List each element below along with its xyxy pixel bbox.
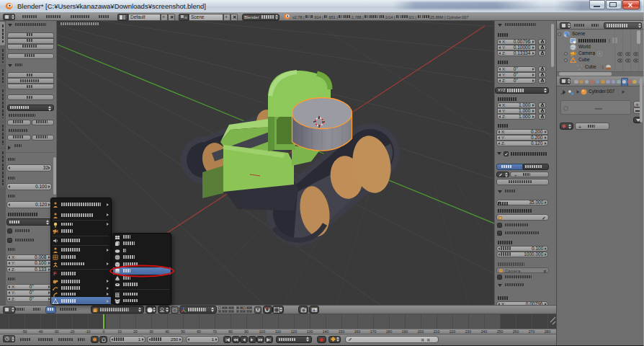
svg-text:280: 280	[545, 329, 551, 334]
svg-text:140: 140	[323, 329, 329, 334]
svg-text:260: 260	[513, 329, 519, 334]
svg-text:20: 20	[133, 329, 138, 334]
svg-text:70: 70	[213, 329, 217, 334]
svg-text:110: 110	[275, 329, 281, 334]
svg-text:160: 160	[354, 329, 361, 334]
svg-text:90: 90	[244, 329, 249, 334]
svg-text:50: 50	[181, 329, 185, 334]
svg-text:0: 0	[103, 329, 105, 334]
svg-text:170: 170	[370, 329, 377, 334]
svg-text:250: 250	[497, 329, 504, 334]
svg-text:60: 60	[197, 329, 201, 334]
svg-text:100: 100	[259, 329, 266, 334]
svg-text:-10: -10	[85, 329, 90, 334]
svg-text:210: 210	[434, 329, 440, 334]
svg-text:80: 80	[228, 329, 233, 334]
svg-text:130: 130	[307, 329, 313, 334]
svg-text:180: 180	[386, 329, 393, 334]
svg-text:-20: -20	[69, 329, 74, 334]
svg-text:-40: -40	[37, 329, 43, 334]
svg-text:150: 150	[339, 329, 345, 334]
svg-text:200: 200	[418, 329, 424, 334]
svg-text:40: 40	[165, 329, 169, 334]
svg-text:10: 10	[117, 329, 122, 334]
svg-text:-30: -30	[53, 329, 58, 334]
svg-text:120: 120	[291, 329, 298, 334]
svg-text:240: 240	[481, 329, 488, 334]
svg-text:220: 220	[450, 329, 456, 334]
svg-text:270: 270	[529, 329, 535, 334]
svg-text:-50: -50	[22, 329, 27, 334]
svg-text:30: 30	[149, 329, 153, 334]
svg-text:190: 190	[402, 329, 408, 334]
svg-text:230: 230	[465, 329, 472, 334]
